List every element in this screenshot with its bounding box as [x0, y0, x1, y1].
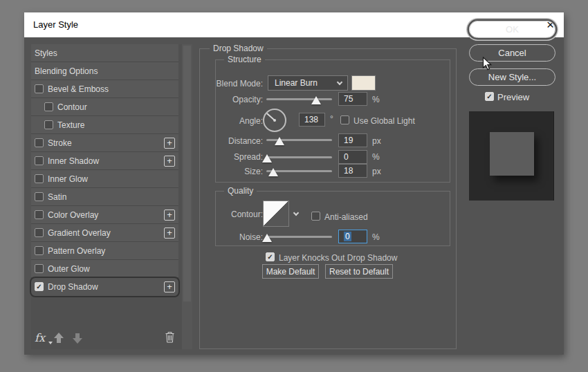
sidebar-item-styles[interactable]: Styles: [31, 44, 178, 62]
size-slider[interactable]: [266, 170, 332, 172]
fx-caret-icon: [48, 342, 53, 344]
reset-to-default-button[interactable]: Reset to Default: [325, 264, 393, 279]
style-list: StylesBlending OptionsBevel & EmbossCont…: [31, 44, 192, 349]
sidebar-item-label: Texture: [57, 120, 84, 130]
spread-label: Spread:: [216, 152, 263, 162]
sidebar-item-label: Outer Glow: [48, 264, 90, 274]
style-preview-square: [490, 132, 534, 176]
sidebar-item-label: Styles: [35, 48, 57, 58]
angle-label: Angle:: [216, 116, 263, 126]
chevron-down-icon: [293, 210, 299, 216]
noise-slider-thumb[interactable]: [262, 234, 272, 242]
effect-checkbox[interactable]: [35, 192, 44, 201]
sidebar-item-gradient-overlay[interactable]: Gradient Overlay+: [31, 224, 178, 242]
blend-mode-label: Blend Mode:: [216, 79, 263, 89]
mouse-cursor: [482, 57, 493, 72]
plus-icon[interactable]: +: [164, 138, 175, 149]
sidebar-item-label: Drop Shadow: [48, 282, 98, 292]
sidebar-scrollbar[interactable]: [182, 44, 192, 349]
shadow-color-swatch[interactable]: [351, 75, 376, 91]
distance-slider-thumb[interactable]: [275, 137, 284, 145]
sidebar-item-blending-options[interactable]: Blending Options: [31, 62, 178, 80]
sidebar-item-inner-shadow[interactable]: Inner Shadow+: [31, 152, 178, 170]
ok-button[interactable]: OK: [469, 21, 555, 38]
style-list-items: StylesBlending OptionsBevel & EmbossCont…: [31, 44, 178, 296]
window-title: Layer Style: [33, 19, 78, 30]
angle-dial[interactable]: [263, 109, 286, 132]
size-slider-thumb[interactable]: [268, 168, 278, 176]
blend-mode-select[interactable]: Linear Burn: [268, 75, 348, 91]
plus-icon[interactable]: +: [164, 210, 175, 221]
opacity-slider-thumb[interactable]: [311, 96, 321, 104]
distance-slider[interactable]: [266, 139, 332, 141]
anti-aliased-label: Anti-aliased: [324, 212, 368, 222]
spread-slider-thumb[interactable]: [262, 154, 272, 162]
preview-checkbox[interactable]: ✓: [485, 92, 494, 101]
opacity-unit: %: [372, 95, 380, 104]
opacity-input[interactable]: 75: [338, 92, 367, 106]
sidebar-item-contour[interactable]: Contour: [31, 98, 178, 116]
contour-dropdown[interactable]: [289, 201, 301, 227]
sidebar-item-label: Inner Glow: [48, 174, 88, 184]
sidebar-item-pattern-overlay[interactable]: Pattern Overlay: [31, 242, 178, 260]
sidebar-item-label: Contour: [57, 102, 87, 112]
sidebar-item-texture[interactable]: Texture: [31, 116, 178, 134]
effect-checkbox[interactable]: [35, 228, 44, 237]
effect-checkbox[interactable]: [35, 210, 44, 219]
sidebar-item-label: Stroke: [48, 138, 72, 148]
blend-mode-value: Linear Burn: [275, 78, 318, 88]
plus-icon[interactable]: +: [164, 281, 175, 292]
size-input[interactable]: 18: [338, 164, 367, 178]
move-down-icon[interactable]: [73, 333, 82, 344]
opacity-label: Opacity:: [216, 95, 263, 104]
effect-checkbox[interactable]: [35, 246, 44, 255]
sidebar-item-label: Gradient Overlay: [48, 228, 111, 238]
fx-icon[interactable]: fx: [35, 331, 45, 344]
angle-unit: °: [330, 114, 333, 124]
effect-checkbox[interactable]: [35, 138, 44, 147]
sidebar-item-label: Satin: [48, 192, 66, 202]
sidebar-item-color-overlay[interactable]: Color Overlay+: [31, 206, 178, 224]
use-global-light-checkbox[interactable]: [340, 115, 349, 124]
structure-group: Structure Blend Mode: Linear Burn Opacit…: [215, 59, 450, 183]
sidebar-item-inner-glow[interactable]: Inner Glow: [31, 170, 178, 188]
effect-checkbox[interactable]: ✓: [35, 282, 44, 291]
drop-shadow-panel: Drop Shadow Structure Blend Mode: Linear…: [199, 48, 457, 349]
sidebar-item-label: Color Overlay: [48, 210, 98, 220]
effect-checkbox[interactable]: [44, 102, 53, 111]
effect-checkbox[interactable]: [35, 174, 44, 183]
sidebar-item-stroke[interactable]: Stroke+: [31, 134, 178, 152]
sidebar-item-drop-shadow[interactable]: ✓Drop Shadow+: [31, 278, 178, 296]
spread-slider[interactable]: [266, 156, 332, 158]
sidebar-item-satin[interactable]: Satin: [31, 188, 178, 206]
use-global-light-label: Use Global Light: [353, 116, 415, 126]
effect-checkbox[interactable]: [35, 156, 44, 165]
distance-input[interactable]: 19: [338, 133, 367, 147]
sidebar-item-label: Pattern Overlay: [48, 246, 105, 256]
move-up-icon[interactable]: [54, 333, 64, 344]
spread-input[interactable]: 0: [338, 150, 367, 164]
sidebar-item-bevel-emboss[interactable]: Bevel & Emboss: [31, 80, 178, 98]
plus-icon[interactable]: +: [164, 156, 175, 167]
size-label: Size:: [216, 167, 263, 176]
chevron-down-icon: [337, 80, 342, 85]
anti-aliased-checkbox[interactable]: [311, 212, 320, 221]
angle-input[interactable]: 138: [299, 113, 325, 127]
noise-input[interactable]: 0: [338, 230, 367, 243]
noise-slider[interactable]: [266, 236, 332, 238]
effect-checkbox[interactable]: [44, 120, 53, 129]
sidebar-item-outer-glow[interactable]: Outer Glow: [31, 260, 178, 278]
contour-picker[interactable]: [263, 201, 289, 227]
trash-icon[interactable]: [165, 331, 175, 346]
effect-checkbox[interactable]: [35, 84, 44, 93]
plus-icon[interactable]: +: [164, 227, 175, 239]
noise-label: Noise:: [216, 232, 263, 242]
opacity-slider[interactable]: [266, 98, 332, 100]
make-default-button[interactable]: Make Default: [262, 264, 319, 279]
layer-knocks-out-checkbox[interactable]: ✓: [266, 252, 275, 261]
distance-label: Distance:: [216, 136, 263, 146]
effect-checkbox[interactable]: [35, 264, 44, 273]
style-preview: [469, 111, 554, 201]
sidebar-footer: fx: [31, 331, 178, 346]
scrollbar-thumb[interactable]: [183, 46, 191, 301]
